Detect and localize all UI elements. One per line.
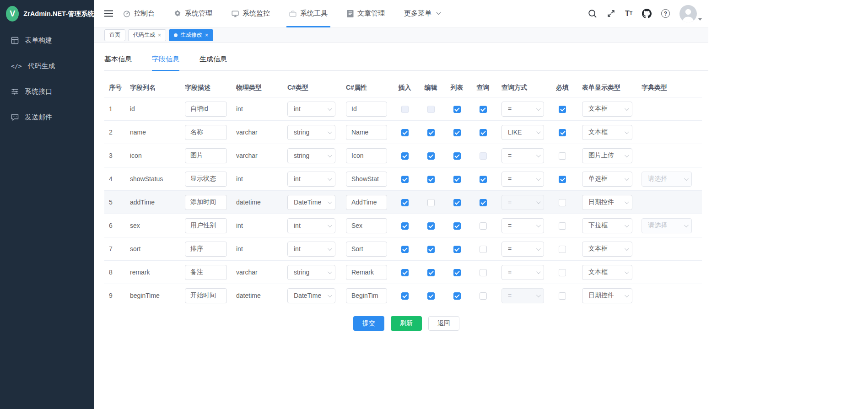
list-checkbox[interactable]	[453, 246, 461, 253]
collapse-sidebar-icon[interactable]	[104, 10, 113, 17]
tab-field-info[interactable]: 字段信息	[152, 55, 179, 71]
desc-input[interactable]	[185, 195, 227, 210]
desc-input[interactable]	[185, 172, 227, 187]
query-mode-select[interactable]: =	[501, 102, 544, 117]
display-type-select[interactable]: 日期控件	[582, 195, 632, 210]
nav-item-more-menu[interactable]: 更多菜单	[404, 0, 441, 27]
required-checkbox[interactable]	[559, 176, 566, 183]
list-checkbox[interactable]	[453, 292, 461, 300]
table-scroll-area[interactable]: 1 id int int = 文本框 2 na	[104, 97, 708, 303]
csharp-prop-input[interactable]	[346, 172, 387, 187]
help-icon[interactable]: ?	[661, 9, 670, 18]
query-checkbox[interactable]	[480, 199, 487, 206]
display-type-select[interactable]: 图片上传	[582, 148, 632, 163]
sidebar-item-send-mail[interactable]: 发送邮件	[0, 104, 94, 130]
csharp-prop-input[interactable]	[346, 125, 387, 140]
edit-checkbox[interactable]	[427, 292, 435, 300]
required-checkbox[interactable]	[559, 246, 566, 253]
query-checkbox[interactable]	[480, 222, 487, 230]
list-checkbox[interactable]	[453, 222, 461, 230]
back-button[interactable]: 返回	[428, 316, 459, 331]
insert-checkbox[interactable]	[401, 222, 409, 230]
edit-checkbox[interactable]	[427, 269, 435, 276]
tag-tab-gen-edit[interactable]: 生成修改 ×	[169, 29, 213, 41]
refresh-button[interactable]: 刷新	[391, 316, 422, 331]
tab-basic-info[interactable]: 基本信息	[104, 55, 132, 71]
query-mode-select[interactable]: =	[501, 242, 544, 257]
list-checkbox[interactable]	[453, 199, 461, 206]
query-mode-select[interactable]: LIKE	[501, 125, 544, 140]
csharp-type-select[interactable]: DateTime	[287, 288, 335, 303]
fullscreen-icon[interactable]	[607, 9, 615, 18]
display-type-select[interactable]: 文本框	[582, 102, 632, 117]
required-checkbox[interactable]	[559, 222, 566, 230]
search-icon[interactable]	[588, 9, 597, 18]
insert-checkbox[interactable]	[401, 152, 409, 160]
insert-checkbox[interactable]	[401, 292, 409, 300]
csharp-prop-input[interactable]	[346, 288, 387, 303]
edit-checkbox[interactable]	[427, 246, 435, 253]
edit-checkbox[interactable]	[427, 152, 435, 160]
required-checkbox[interactable]	[559, 199, 566, 206]
query-checkbox[interactable]	[480, 129, 487, 136]
desc-input[interactable]	[185, 218, 227, 233]
query-checkbox[interactable]	[480, 246, 487, 253]
csharp-type-select[interactable]: int	[287, 102, 335, 117]
csharp-type-select[interactable]: string	[287, 265, 335, 280]
edit-checkbox[interactable]	[427, 222, 435, 230]
display-type-select[interactable]: 文本框	[582, 242, 632, 257]
font-size-icon[interactable]: TT	[625, 10, 632, 17]
required-checkbox[interactable]	[559, 292, 566, 300]
csharp-prop-input[interactable]	[346, 218, 387, 233]
edit-checkbox[interactable]	[427, 106, 435, 113]
csharp-prop-input[interactable]	[346, 195, 387, 210]
list-checkbox[interactable]	[453, 106, 461, 113]
close-icon[interactable]: ×	[205, 32, 208, 38]
csharp-type-select[interactable]: int	[287, 242, 335, 257]
csharp-prop-input[interactable]	[346, 148, 387, 163]
tag-tab-code-gen[interactable]: 代码生成 ×	[128, 29, 166, 41]
desc-input[interactable]	[185, 148, 227, 163]
csharp-type-select[interactable]: int	[287, 172, 335, 187]
csharp-prop-input[interactable]	[346, 265, 387, 280]
query-mode-select[interactable]: =	[501, 288, 544, 303]
query-mode-select[interactable]: =	[501, 265, 544, 280]
csharp-prop-input[interactable]	[346, 242, 387, 257]
query-checkbox[interactable]	[480, 106, 487, 113]
csharp-type-select[interactable]: string	[287, 148, 335, 163]
display-type-select[interactable]: 日期控件	[582, 288, 632, 303]
insert-checkbox[interactable]	[401, 176, 409, 183]
csharp-type-select[interactable]: string	[287, 125, 335, 140]
tab-gen-info[interactable]: 生成信息	[199, 55, 227, 71]
sidebar-item-api[interactable]: 系统接口	[0, 79, 94, 104]
logo[interactable]: V ZrAdmin.NET-管理系统	[0, 0, 94, 27]
nav-item-system-manage[interactable]: 系统管理	[174, 0, 212, 27]
csharp-type-select[interactable]: DateTime	[287, 195, 335, 210]
tag-tab-home[interactable]: 首页	[104, 29, 125, 41]
dict-type-select[interactable]: 请选择	[642, 218, 692, 233]
query-mode-select[interactable]: =	[501, 218, 544, 233]
list-checkbox[interactable]	[453, 269, 461, 276]
nav-item-article-manage[interactable]: 文章管理	[347, 0, 385, 27]
edit-checkbox[interactable]	[427, 129, 435, 136]
desc-input[interactable]	[185, 102, 227, 117]
insert-checkbox[interactable]	[401, 106, 409, 113]
query-checkbox[interactable]	[480, 292, 487, 300]
display-type-select[interactable]: 文本框	[582, 125, 632, 140]
user-menu[interactable]	[679, 5, 702, 22]
desc-input[interactable]	[185, 242, 227, 257]
insert-checkbox[interactable]	[401, 246, 409, 253]
nav-item-dashboard[interactable]: 控制台	[123, 0, 155, 27]
edit-checkbox[interactable]	[427, 176, 435, 183]
display-type-select[interactable]: 文本框	[582, 265, 632, 280]
query-mode-select[interactable]: =	[501, 195, 544, 210]
required-checkbox[interactable]	[559, 129, 566, 136]
required-checkbox[interactable]	[559, 152, 566, 160]
query-checkbox[interactable]	[480, 152, 487, 160]
query-mode-select[interactable]: =	[501, 148, 544, 163]
csharp-prop-input[interactable]	[346, 102, 387, 117]
display-type-select[interactable]: 单选框	[582, 172, 632, 187]
required-checkbox[interactable]	[559, 269, 566, 276]
desc-input[interactable]	[185, 265, 227, 280]
nav-item-system-monitor[interactable]: 系统监控	[232, 0, 270, 27]
